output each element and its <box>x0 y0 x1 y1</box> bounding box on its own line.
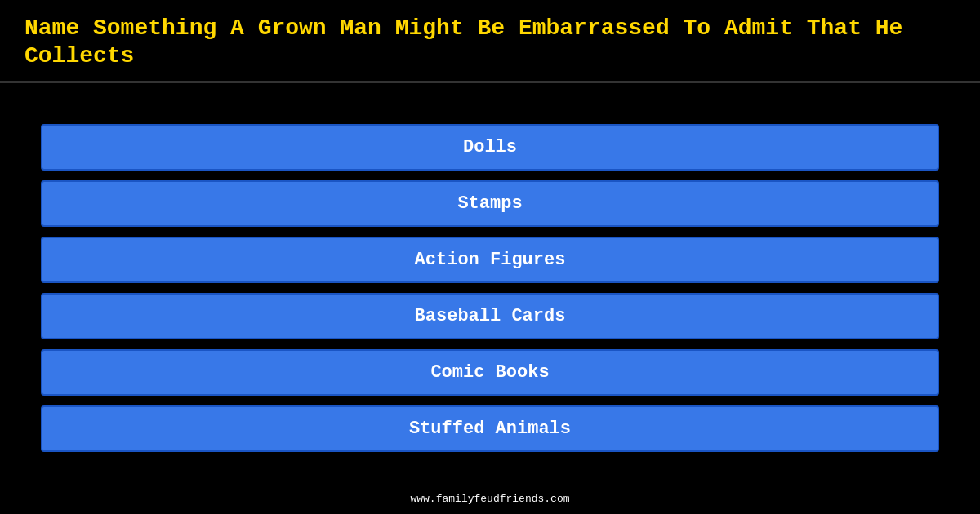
answer-text: Action Figures <box>415 250 566 270</box>
answer-row[interactable]: Comic Books <box>41 349 939 396</box>
header-section: Name Something A Grown Man Might Be Emba… <box>0 0 980 83</box>
answer-row[interactable]: Stamps <box>41 180 939 227</box>
answer-row[interactable]: Dolls <box>41 124 939 171</box>
answer-row[interactable]: Stuffed Animals <box>41 405 939 452</box>
answer-row[interactable]: Baseball Cards <box>41 293 939 339</box>
answer-text: Dolls <box>463 137 517 157</box>
footer-url: www.familyfeudfriends.com <box>410 493 569 505</box>
question-title: Name Something A Grown Man Might Be Emba… <box>24 15 956 69</box>
answer-row[interactable]: Action Figures <box>41 237 939 283</box>
answer-text: Baseball Cards <box>415 306 566 326</box>
answers-container: DollsStampsAction FiguresBaseball CardsC… <box>0 83 980 485</box>
answer-text: Stamps <box>457 193 522 214</box>
answer-text: Comic Books <box>430 362 549 383</box>
answer-text: Stuffed Animals <box>409 419 571 439</box>
footer-section: www.familyfeudfriends.com <box>0 485 980 514</box>
